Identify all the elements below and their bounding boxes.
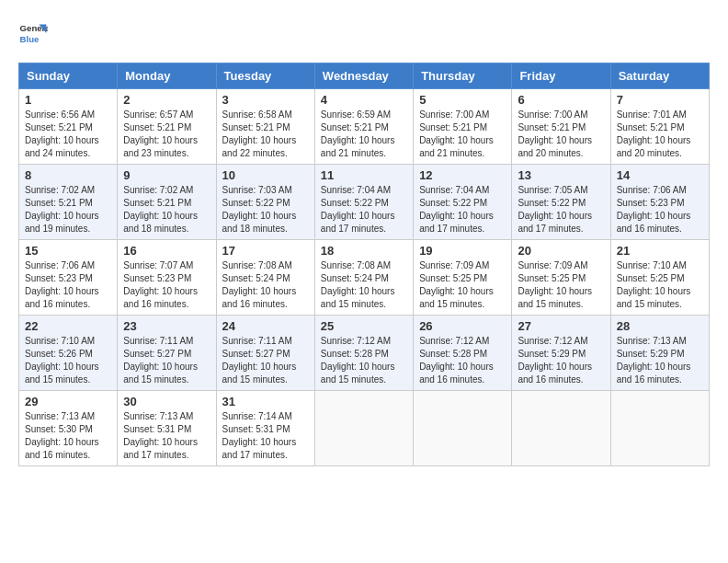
day-number: 16	[123, 244, 210, 258]
day-of-week-thursday: Thursday	[414, 63, 512, 89]
calendar-week-3: 15 Sunrise: 7:06 AM Sunset: 5:23 PM Dayl…	[19, 240, 710, 316]
calendar-cell: 12 Sunrise: 7:04 AM Sunset: 5:22 PM Dayl…	[414, 165, 512, 240]
daylight-label: Daylight: 10 hours and 17 minutes.	[123, 437, 198, 460]
sunrise-label: Sunrise: 7:12 AM	[518, 336, 587, 346]
calendar-table: SundayMondayTuesdayWednesdayThursdayFrid…	[18, 63, 710, 466]
sunrise-label: Sunrise: 7:02 AM	[123, 185, 193, 195]
calendar-cell: 16 Sunrise: 7:07 AM Sunset: 5:23 PM Dayl…	[118, 240, 216, 316]
sunset-label: Sunset: 5:21 PM	[25, 122, 93, 132]
svg-text:Blue: Blue	[20, 34, 40, 44]
daylight-label: Daylight: 10 hours and 16 minutes.	[222, 286, 297, 309]
sunrise-label: Sunrise: 7:13 AM	[25, 411, 95, 421]
day-number: 22	[25, 319, 111, 333]
daylight-label: Daylight: 10 hours and 16 minutes.	[518, 362, 592, 385]
calendar-cell: 22 Sunrise: 7:10 AM Sunset: 5:26 PM Dayl…	[19, 316, 118, 391]
calendar-cell: 27 Sunrise: 7:12 AM Sunset: 5:29 PM Dayl…	[512, 316, 610, 391]
daylight-label: Daylight: 10 hours and 15 minutes.	[419, 286, 494, 309]
cell-content: Sunrise: 7:06 AM Sunset: 5:23 PM Dayligh…	[25, 259, 111, 311]
calendar-cell: 30 Sunrise: 7:13 AM Sunset: 5:31 PM Dayl…	[118, 391, 216, 466]
calendar-week-5: 29 Sunrise: 7:13 AM Sunset: 5:30 PM Dayl…	[19, 391, 710, 466]
sunrise-label: Sunrise: 7:04 AM	[419, 185, 489, 195]
day-number: 23	[123, 319, 210, 333]
sunset-label: Sunset: 5:21 PM	[222, 122, 290, 132]
sunset-label: Sunset: 5:29 PM	[617, 349, 685, 359]
sunset-label: Sunset: 5:22 PM	[321, 198, 389, 208]
calendar-cell: 21 Sunrise: 7:10 AM Sunset: 5:25 PM Dayl…	[610, 240, 709, 316]
sunset-label: Sunset: 5:31 PM	[222, 424, 290, 434]
calendar-cell: 6 Sunrise: 7:00 AM Sunset: 5:21 PM Dayli…	[512, 89, 610, 165]
cell-content: Sunrise: 6:56 AM Sunset: 5:21 PM Dayligh…	[25, 109, 111, 160]
daylight-label: Daylight: 10 hours and 16 minutes.	[617, 362, 691, 385]
calendar-cell: 20 Sunrise: 7:09 AM Sunset: 5:25 PM Dayl…	[512, 240, 610, 316]
cell-content: Sunrise: 7:14 AM Sunset: 5:31 PM Dayligh…	[222, 410, 309, 462]
sunrise-label: Sunrise: 7:09 AM	[419, 260, 489, 270]
day-number: 20	[518, 244, 604, 258]
sunset-label: Sunset: 5:30 PM	[25, 424, 93, 434]
calendar-cell: 26 Sunrise: 7:12 AM Sunset: 5:28 PM Dayl…	[414, 316, 512, 391]
cell-content: Sunrise: 6:58 AM Sunset: 5:21 PM Dayligh…	[222, 109, 309, 160]
sunset-label: Sunset: 5:25 PM	[419, 273, 487, 283]
cell-content: Sunrise: 7:05 AM Sunset: 5:22 PM Dayligh…	[518, 184, 604, 236]
sunrise-label: Sunrise: 7:10 AM	[25, 336, 95, 346]
calendar-cell: 5 Sunrise: 7:00 AM Sunset: 5:21 PM Dayli…	[414, 89, 512, 165]
sunrise-label: Sunrise: 7:02 AM	[25, 185, 95, 195]
daylight-label: Daylight: 10 hours and 15 minutes.	[123, 362, 198, 385]
cell-content: Sunrise: 7:12 AM Sunset: 5:29 PM Dayligh…	[518, 335, 604, 386]
sunset-label: Sunset: 5:27 PM	[222, 349, 290, 359]
daylight-label: Daylight: 10 hours and 17 minutes.	[321, 211, 395, 234]
day-number: 26	[419, 319, 506, 333]
calendar-week-4: 22 Sunrise: 7:10 AM Sunset: 5:26 PM Dayl…	[19, 316, 710, 391]
calendar-cell: 24 Sunrise: 7:11 AM Sunset: 5:27 PM Dayl…	[216, 316, 314, 391]
cell-content: Sunrise: 7:02 AM Sunset: 5:21 PM Dayligh…	[25, 184, 111, 236]
cell-content: Sunrise: 7:00 AM Sunset: 5:21 PM Dayligh…	[419, 109, 506, 160]
sunrise-label: Sunrise: 7:12 AM	[419, 336, 489, 346]
sunset-label: Sunset: 5:25 PM	[617, 273, 685, 283]
day-number: 10	[222, 168, 309, 182]
calendar-header-row: SundayMondayTuesdayWednesdayThursdayFrid…	[19, 63, 710, 89]
cell-content: Sunrise: 7:11 AM Sunset: 5:27 PM Dayligh…	[222, 335, 309, 386]
sunset-label: Sunset: 5:31 PM	[123, 424, 191, 434]
day-number: 6	[518, 93, 604, 107]
sunrise-label: Sunrise: 7:12 AM	[321, 336, 391, 346]
sunset-label: Sunset: 5:21 PM	[123, 198, 191, 208]
sunset-label: Sunset: 5:23 PM	[617, 198, 685, 208]
day-number: 1	[25, 93, 111, 107]
calendar-cell: 9 Sunrise: 7:02 AM Sunset: 5:21 PM Dayli…	[118, 165, 216, 240]
sunset-label: Sunset: 5:26 PM	[25, 349, 93, 359]
sunset-label: Sunset: 5:22 PM	[518, 198, 586, 208]
daylight-label: Daylight: 10 hours and 24 minutes.	[25, 135, 99, 158]
sunrise-label: Sunrise: 7:11 AM	[222, 336, 292, 346]
cell-content: Sunrise: 7:12 AM Sunset: 5:28 PM Dayligh…	[419, 335, 506, 386]
calendar-cell: 29 Sunrise: 7:13 AM Sunset: 5:30 PM Dayl…	[19, 391, 118, 466]
sunset-label: Sunset: 5:21 PM	[518, 122, 586, 132]
sunrise-label: Sunrise: 7:11 AM	[123, 336, 193, 346]
daylight-label: Daylight: 10 hours and 21 minutes.	[419, 135, 494, 158]
day-of-week-monday: Monday	[118, 63, 216, 89]
day-number: 7	[617, 93, 703, 107]
day-number: 21	[617, 244, 703, 258]
day-number: 25	[321, 319, 407, 333]
day-number: 24	[222, 319, 309, 333]
sunset-label: Sunset: 5:21 PM	[25, 198, 93, 208]
calendar-cell: 23 Sunrise: 7:11 AM Sunset: 5:27 PM Dayl…	[118, 316, 216, 391]
cell-content: Sunrise: 7:04 AM Sunset: 5:22 PM Dayligh…	[419, 184, 506, 236]
day-number: 31	[222, 395, 309, 408]
day-of-week-sunday: Sunday	[19, 63, 118, 89]
cell-content: Sunrise: 7:09 AM Sunset: 5:25 PM Dayligh…	[518, 259, 604, 311]
sunset-label: Sunset: 5:23 PM	[25, 273, 93, 283]
sunrise-label: Sunrise: 7:09 AM	[518, 260, 587, 270]
day-of-week-saturday: Saturday	[610, 63, 709, 89]
calendar-cell: 10 Sunrise: 7:03 AM Sunset: 5:22 PM Dayl…	[216, 165, 314, 240]
cell-content: Sunrise: 7:08 AM Sunset: 5:24 PM Dayligh…	[222, 259, 309, 311]
daylight-label: Daylight: 10 hours and 15 minutes.	[321, 286, 395, 309]
cell-content: Sunrise: 7:03 AM Sunset: 5:22 PM Dayligh…	[222, 184, 309, 236]
cell-content: Sunrise: 6:57 AM Sunset: 5:21 PM Dayligh…	[123, 109, 210, 160]
day-number: 27	[518, 319, 604, 333]
day-number: 11	[321, 168, 407, 182]
sunrise-label: Sunrise: 7:10 AM	[617, 260, 687, 270]
sunset-label: Sunset: 5:29 PM	[518, 349, 586, 359]
daylight-label: Daylight: 10 hours and 15 minutes.	[222, 362, 297, 385]
sunrise-label: Sunrise: 7:05 AM	[518, 185, 587, 195]
daylight-label: Daylight: 10 hours and 15 minutes.	[617, 286, 691, 309]
sunset-label: Sunset: 5:21 PM	[321, 122, 389, 132]
